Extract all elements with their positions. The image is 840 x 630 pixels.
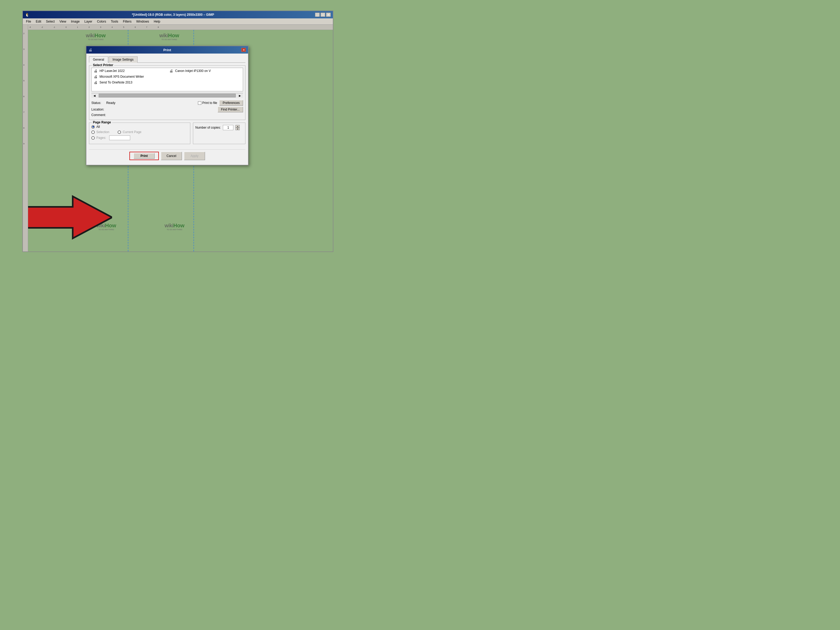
preferences-button[interactable]: Preferences: [219, 100, 243, 106]
ruler-horizontal: -3 -2 -1 0 1 2 3 4 5 6 7 8: [28, 25, 333, 30]
find-printer-button[interactable]: Find Printer...: [218, 107, 243, 112]
dialog-title-bar: 🖨 Print ✕: [86, 46, 248, 54]
copies-increment[interactable]: ▲: [235, 125, 240, 128]
printer-name-hp: HP LaserJet 1022: [99, 69, 125, 73]
menu-file[interactable]: File: [24, 19, 33, 24]
printer-row-1: 🖨 HP LaserJet 1022 🖨 Microsoft XPS Docum…: [92, 68, 243, 85]
printer-icon-canon: 🖨: [169, 69, 174, 73]
dialog-tabs: General Image Settings: [89, 56, 245, 63]
scroll-right-arrow[interactable]: ▶: [238, 94, 242, 97]
copies-row: Number of copies: ▲ ▼: [195, 125, 243, 130]
status-row: Status: Ready Print to file Prefere: [92, 100, 243, 106]
status-value: Ready: [106, 101, 115, 105]
menu-edit[interactable]: Edit: [33, 19, 43, 24]
copies-input[interactable]: [223, 125, 234, 130]
scroll-thumb[interactable]: [99, 94, 236, 97]
select-printer-label: Select Printer: [92, 63, 114, 67]
svg-marker-0: [28, 196, 112, 238]
menu-layer[interactable]: Layer: [82, 19, 95, 24]
gimp-menu-bar: File Edit Select View Image Layer Colors…: [23, 18, 333, 25]
radio-pages-btn[interactable]: [92, 136, 95, 140]
wikihow-tagline-1: TO DO ANYTHING: [86, 39, 106, 40]
close-button[interactable]: ✕: [326, 13, 331, 17]
wikihow-mark-4: wikiHow TO DO ANYTHING: [164, 223, 185, 231]
menu-view[interactable]: View: [57, 19, 68, 24]
gimp-window-buttons: _ □ ✕: [315, 13, 331, 17]
wikihow-mark-2: wikiHow TO DO ANYTHING: [159, 33, 179, 40]
printer-list[interactable]: 🖨 HP LaserJet 1022 🖨 Microsoft XPS Docum…: [92, 68, 243, 92]
status-left: Status: Ready: [92, 101, 198, 105]
gimp-icon: 🐧: [25, 13, 29, 17]
cancel-button[interactable]: Cancel: [161, 152, 182, 160]
gimp-window: 🐧 *[Untitled]-19.0 (RGB color, 3 layers)…: [22, 11, 333, 252]
scroll-left-arrow[interactable]: ◀: [92, 94, 96, 97]
page-range-section: Page Range All Selection: [89, 123, 190, 144]
radio-all[interactable]: All: [92, 125, 188, 129]
print-dialog: 🖨 Print ✕ General Image Settings: [86, 46, 249, 165]
pages-input[interactable]: [109, 136, 130, 140]
menu-tools[interactable]: Tools: [109, 19, 120, 24]
printer-item-canon[interactable]: 🖨 Canon Inkjet iP1300 on V: [167, 68, 243, 74]
radio-all-btn[interactable]: [92, 125, 95, 129]
printer-name-onenote: Send To OneNote 2013: [99, 81, 132, 84]
printer-name-canon: Canon Inkjet iP1300 on V: [175, 69, 211, 73]
gimp-title: *[Untitled]-19.0 (RGB color, 3 layers) 2…: [132, 13, 214, 17]
printer-name-xps: Microsoft XPS Document Writer: [99, 75, 144, 79]
page-range-label: Page Range: [92, 120, 112, 124]
copies-decrement[interactable]: ▼: [235, 128, 240, 130]
menu-select[interactable]: Select: [44, 19, 57, 24]
radio-pages-label: Pages:: [96, 136, 106, 140]
bottom-sections: Page Range All Selection: [89, 123, 245, 147]
tab-image-settings[interactable]: Image Settings: [109, 57, 137, 63]
canvas-container: 2 3 4 5 6 7 8 9 -3 -2 -1 0 1 2 3 4 5 6 7: [23, 25, 333, 251]
canvas-area-wrapper: -3 -2 -1 0 1 2 3 4 5 6 7 8 wikiHow: [28, 25, 333, 251]
wikihow-mark-1: wikiHow TO DO ANYTHING: [86, 33, 106, 40]
maximize-button[interactable]: □: [321, 13, 325, 17]
radio-selection[interactable]: Selection Current Page: [92, 130, 188, 134]
status-right: Print to file Preferences: [198, 100, 243, 106]
red-arrow-annotation: [28, 191, 112, 243]
printer-col-right: 🖨 Canon Inkjet iP1300 on V: [167, 68, 243, 85]
dialog-close-button[interactable]: ✕: [241, 48, 246, 52]
dialog-actions: Print Cancel Apply: [89, 149, 245, 162]
number-copies-label: Number of copies:: [195, 126, 221, 129]
dialog-content: General Image Settings Select Printer: [86, 54, 248, 165]
printer-scrollbar[interactable]: ◀ ▶: [92, 93, 243, 98]
tab-general[interactable]: General: [89, 57, 108, 63]
menu-image[interactable]: Image: [69, 19, 82, 24]
radio-all-label: All: [96, 125, 100, 129]
printer-item-onenote[interactable]: 🖨 Send To OneNote 2013: [92, 79, 167, 85]
radio-current-page-label: Current Page: [123, 130, 141, 134]
printer-status-area: Status: Ready Print to file Prefere: [92, 100, 243, 117]
print-button[interactable]: Print: [134, 153, 155, 159]
dialog-title: Print: [93, 48, 241, 52]
location-label: Location:: [92, 107, 104, 111]
copies-spinner[interactable]: ▲ ▼: [235, 125, 240, 130]
printer-icon: 🖨: [88, 48, 92, 52]
print-to-file-label: Print to file: [202, 101, 217, 105]
apply-button[interactable]: Apply: [184, 152, 205, 160]
minimize-button[interactable]: _: [315, 13, 320, 17]
menu-filters[interactable]: Filters: [121, 19, 134, 24]
menu-windows[interactable]: Windows: [134, 19, 151, 24]
printer-item-xps[interactable]: 🖨 Microsoft XPS Document Writer: [92, 74, 167, 79]
location-row: Location: Find Printer...: [92, 107, 243, 112]
radio-current-page-btn[interactable]: [118, 131, 121, 134]
printer-icon-xps: 🖨: [93, 74, 98, 79]
canvas-area: wikiHow TO DO ANYTHING wikiHow TO DO ANY…: [28, 30, 333, 251]
menu-help[interactable]: Help: [152, 19, 163, 24]
wikihow-tagline-4: TO DO ANYTHING: [164, 229, 185, 231]
printer-icon-onenote: 🖨: [93, 81, 98, 85]
printer-item-hp[interactable]: 🖨 HP LaserJet 1022: [92, 68, 167, 74]
radio-selection-label: Selection: [96, 130, 109, 134]
comment-label: Comment:: [92, 113, 106, 117]
print-button-wrapper: Print: [129, 152, 159, 160]
radio-pages[interactable]: Pages:: [92, 136, 188, 140]
comment-row: Comment:: [92, 113, 243, 117]
radio-selection-btn[interactable]: [92, 131, 95, 134]
gimp-title-bar: 🐧 *[Untitled]-19.0 (RGB color, 3 layers)…: [23, 11, 333, 18]
menu-colors[interactable]: Colors: [95, 19, 108, 24]
print-to-file-checkbox[interactable]: [198, 101, 201, 105]
status-label: Status:: [92, 101, 101, 105]
ruler-vertical: 2 3 4 5 6 7 8 9: [23, 25, 28, 251]
